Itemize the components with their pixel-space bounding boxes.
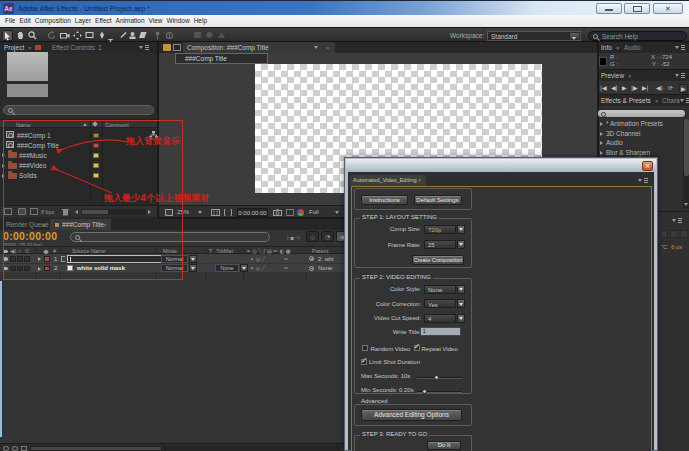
eraser-tool-icon[interactable] [137,30,148,41]
tab-composition[interactable]: Composition: ###Comp Title × [183,42,335,53]
type-tool-icon[interactable]: T [105,30,116,41]
default-settings-button[interactable]: Default Settings [414,195,462,205]
parent-pickwhip-icon[interactable] [309,256,314,261]
tab-effects-close-icon[interactable]: × [655,98,659,104]
previous-frame-icon[interactable]: ◀| [611,84,618,91]
snapshot-camera-icon[interactable] [273,209,282,216]
menu-layer[interactable]: Layer [73,15,93,27]
scrollbar-thumb[interactable] [31,447,161,450]
tab-character[interactable]: Character [662,97,680,104]
effects-item-3d-channel[interactable]: 3D Channel [600,130,680,139]
expand-inout-icon[interactable] [21,446,27,451]
trkmat-dropdown[interactable]: None [215,264,239,272]
parent-pickwhip-icon[interactable] [309,266,314,271]
vertical-scrollbar[interactable] [683,119,689,209]
menu-animation[interactable]: Animation [114,15,147,27]
chevron-down-icon[interactable] [240,264,248,272]
show-channel-icon[interactable] [297,209,304,216]
close-button[interactable]: ✕ [653,3,683,14]
mask-shape-tool-icon[interactable] [84,30,95,41]
dialog-tab-close-icon[interactable]: × [418,177,421,183]
tab-audio[interactable]: Audio [624,44,641,51]
panel-menu-icon[interactable] [672,217,682,224]
puppet-pin-tool-icon[interactable] [152,30,163,41]
roto-brush-tool-icon[interactable] [164,30,175,41]
mask-visibility-icon[interactable] [224,209,232,216]
effects-item-animation-presets[interactable]: * Animation Presets [600,120,680,129]
dialog-tab[interactable]: Automated_Video_Editing × [350,175,426,186]
do-it-button[interactable]: Do It [427,441,461,450]
menu-window[interactable]: Window [165,15,192,27]
effects-item-audio[interactable]: Audio [600,139,680,148]
slider-thumb[interactable] [434,375,439,380]
panel-menu-icon[interactable] [675,44,685,51]
expand-icon[interactable] [600,132,603,136]
expand-icon[interactable] [600,151,603,155]
layer-switches[interactable]: ✦ ◎ ╱ [250,256,265,262]
parent-value[interactable]: 2. whi [318,256,344,262]
chevron-down-icon[interactable] [314,46,318,49]
instructions-button[interactable]: Instructions [361,195,408,205]
selection-tool-icon[interactable] [2,30,13,41]
layer-switches[interactable]: ✦ ◎ ╱ [250,265,265,271]
tab-effect-controls[interactable]: Effect Controls: 1 [52,44,102,51]
panel-menu-icon[interactable] [638,177,648,184]
expand-icon[interactable] [600,141,603,145]
effects-search-input[interactable] [597,109,686,118]
tab-close-icon[interactable]: × [326,45,330,51]
timeline-horizontal-scrollbar[interactable] [30,446,340,451]
workspace-dropdown[interactable]: Standard [487,31,581,41]
tab-effects-presets[interactable]: Effects & Presets [601,97,651,104]
tab-project-close-icon[interactable]: × [28,45,32,51]
help-search-input[interactable]: Search Help [588,31,687,41]
chevron-down-icon[interactable] [198,211,202,214]
parent-value[interactable]: None [318,265,344,271]
first-frame-icon[interactable]: |◀ [600,84,607,91]
chevron-down-icon[interactable] [189,264,197,272]
tab-preview[interactable]: Preview [601,72,624,79]
scroll-down-icon[interactable] [684,203,688,206]
random-video-checkbox[interactable] [362,345,368,351]
rotation-tool-icon[interactable] [46,30,57,41]
max-seconds-slider[interactable] [417,377,462,379]
panel-menu-icon[interactable] [675,72,685,79]
menu-file[interactable]: File [3,15,17,27]
comp-flowchart-icon[interactable] [163,44,171,51]
slider-thumb[interactable] [422,389,427,394]
maximize-button[interactable] [624,3,650,14]
hand-tool-icon[interactable] [15,30,26,41]
comp-mini-flowchart-icon[interactable]: ⊦▪⊣ [287,234,299,241]
dialog-titlebar[interactable]: × [346,159,656,172]
menu-composition[interactable]: Composition [33,15,73,27]
menu-edit[interactable]: Edit [17,15,32,27]
ram-preview-icon[interactable]: ▶ [679,84,688,93]
last-frame-icon[interactable]: ▶| [642,84,649,91]
panel-menu-icon[interactable] [139,44,149,51]
menu-effect[interactable]: Effect [93,15,114,27]
lock-icon[interactable] [173,44,181,51]
write-title-input[interactable]: 1 [420,327,461,336]
play-icon[interactable]: ▶ [622,84,627,91]
zoom-tool-icon[interactable] [27,30,38,41]
safe-margins-icon[interactable] [211,209,220,216]
loop-icon[interactable]: ⟳ [668,84,673,91]
minimize-button[interactable] [596,3,622,14]
chevron-down-icon[interactable] [335,211,339,214]
min-seconds-slider[interactable] [417,391,462,393]
frame-blend-icon[interactable]: ◔ [321,231,334,242]
draft-3d-icon[interactable]: ◇ [306,231,319,242]
create-composition-button[interactable]: Create Composition [412,255,464,265]
project-search-input[interactable] [3,105,154,115]
next-frame-icon[interactable]: |▶ [631,84,638,91]
chevron-down-icon[interactable] [189,255,197,263]
tab-project[interactable]: Project [4,44,24,51]
menu-view[interactable]: View [147,15,165,27]
expand-icon[interactable] [600,122,603,126]
tab-info[interactable]: Info [601,44,612,51]
show-snapshot-icon[interactable] [286,209,294,216]
expand-modes-icon[interactable] [12,446,18,451]
layer-switch-pencil[interactable]: ✏ [284,265,288,271]
pan-behind-tool-icon[interactable] [72,30,83,41]
expand-layers-icon[interactable] [3,446,9,451]
audio-icon[interactable]: ◀) [656,84,663,91]
